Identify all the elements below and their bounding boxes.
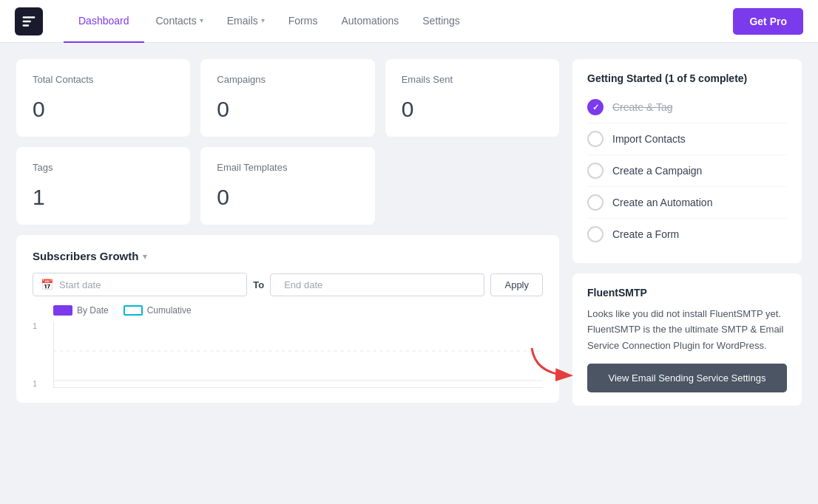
nav-item-settings[interactable]: Settings	[410, 0, 472, 43]
chart-area: 1 1	[33, 321, 543, 388]
gs-circle-empty	[587, 194, 604, 211]
get-pro-button[interactable]: Get Pro	[733, 8, 803, 35]
stat-card-emails-sent: Emails Sent 0	[385, 59, 559, 137]
legend-cumulative: Cumulative	[124, 305, 192, 316]
cumulative-swatch	[124, 305, 143, 316]
stats-row-2: Tags 1 Email Templates 0	[16, 147, 559, 225]
stat-title: Campaigns	[217, 74, 358, 85]
left-column: Total Contacts 0 Campaigns 0 Emails Sent…	[16, 59, 559, 488]
gs-label: Create a Form	[612, 228, 679, 240]
stat-value: 0	[33, 97, 174, 122]
nav-item-dashboard[interactable]: Dashboard	[64, 0, 144, 43]
y-axis-bottom: 1	[33, 379, 37, 388]
stats-row-1: Total Contacts 0 Campaigns 0 Emails Sent…	[16, 59, 559, 137]
stat-card-campaigns: Campaigns 0	[200, 59, 374, 137]
apply-button[interactable]: Apply	[490, 273, 543, 296]
gs-item-create-automation[interactable]: Create an Automation	[587, 187, 787, 219]
smtp-description: Looks like you did not install FluentSMT…	[587, 306, 787, 353]
start-date-input[interactable]: 📅 Start date	[33, 273, 247, 296]
checkmark-icon: ✓	[592, 103, 599, 112]
getting-started-card: Getting Started (1 of 5 complete) ✓ Crea…	[572, 59, 802, 263]
stat-title: Total Contacts	[33, 74, 174, 85]
stat-value: 0	[402, 97, 543, 122]
stat-value: 0	[217, 97, 358, 122]
growth-title: Subscribers Growth	[33, 250, 138, 262]
gs-circle-empty	[587, 163, 604, 179]
stat-title: Emails Sent	[402, 74, 543, 85]
chart-legend: By Date Cumulative	[33, 305, 543, 316]
stat-card-tags: Tags 1	[16, 147, 190, 225]
nav-item-automations[interactable]: Automations	[329, 0, 410, 43]
stat-card-email-templates: Email Templates 0	[200, 147, 374, 225]
chevron-down-icon: ▾	[261, 16, 265, 24]
subscribers-growth-card: Subscribers Growth ▾ 📅 Start date To End…	[16, 235, 559, 403]
calendar-icon: 📅	[41, 279, 53, 290]
stat-value: 0	[217, 185, 358, 210]
chart-svg	[53, 321, 543, 388]
gs-label: Create a Campaign	[612, 165, 702, 177]
right-column: Getting Started (1 of 5 complete) ✓ Crea…	[572, 59, 802, 488]
stat-placeholder	[385, 147, 559, 225]
chevron-down-icon: ▾	[200, 16, 203, 24]
main-content: Total Contacts 0 Campaigns 0 Emails Sent…	[0, 43, 818, 504]
gs-item-create-form[interactable]: Create a Form	[587, 219, 787, 250]
by-date-swatch	[53, 305, 72, 316]
stat-title: Email Templates	[217, 162, 358, 173]
chevron-down-icon[interactable]: ▾	[143, 251, 147, 262]
logo[interactable]	[15, 7, 43, 35]
gs-circle-empty	[587, 226, 604, 242]
gs-item-import-contacts[interactable]: Import Contacts	[587, 123, 787, 155]
gs-item-create-campaign[interactable]: Create a Campaign	[587, 155, 787, 187]
gs-circle-empty	[587, 131, 604, 147]
growth-header: Subscribers Growth ▾	[33, 250, 543, 262]
getting-started-title: Getting Started (1 of 5 complete)	[587, 72, 787, 84]
y-axis-top: 1	[33, 321, 37, 330]
logo-icon	[21, 13, 37, 30]
start-date-placeholder: Start date	[59, 279, 101, 290]
nav-item-contacts[interactable]: Contacts ▾	[144, 0, 215, 43]
top-navigation: Dashboard Contacts ▾ Emails ▾ Forms Auto…	[0, 0, 818, 43]
stat-card-total-contacts: Total Contacts 0	[16, 59, 190, 137]
stat-title: Tags	[33, 162, 174, 173]
fluent-smtp-card: FluentSMTP Looks like you did not instal…	[572, 273, 802, 406]
view-email-settings-button[interactable]: View Email Sending Service Settings	[587, 364, 787, 392]
smtp-title: FluentSMTP	[587, 287, 787, 299]
legend-by-date: By Date	[53, 305, 109, 316]
date-filter-row: 📅 Start date To End date Apply	[33, 273, 543, 296]
nav-item-forms[interactable]: Forms	[277, 0, 330, 43]
gs-label: Create an Automation	[612, 197, 712, 208]
gs-circle-completed: ✓	[587, 99, 604, 115]
nav-item-emails[interactable]: Emails ▾	[215, 0, 277, 43]
stat-value: 1	[33, 185, 174, 210]
gs-label: Create & Tag	[612, 101, 672, 113]
end-date-input[interactable]: End date	[270, 273, 484, 296]
gs-label: Import Contacts	[612, 133, 686, 145]
nav-items: Dashboard Contacts ▾ Emails ▾ Forms Auto…	[64, 0, 733, 43]
to-label: To	[253, 279, 264, 290]
gs-item-create-tag[interactable]: ✓ Create & Tag	[587, 92, 787, 123]
end-date-placeholder: End date	[284, 279, 322, 290]
